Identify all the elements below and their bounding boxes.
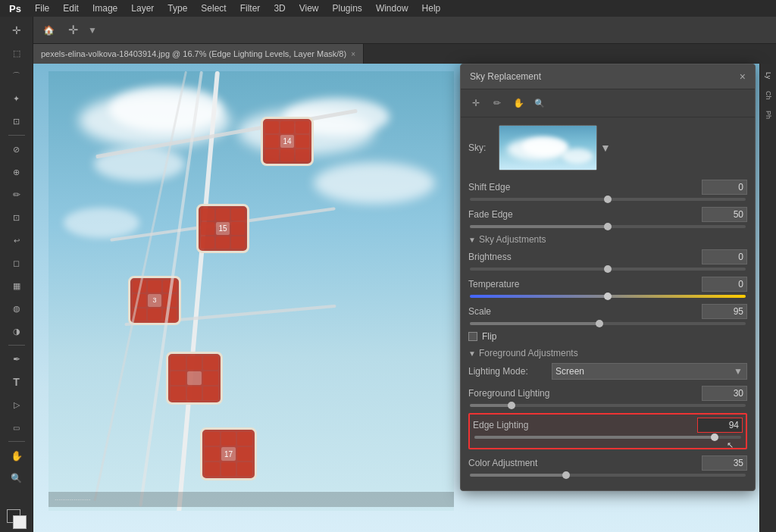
scale-thumb[interactable] [596,320,603,327]
tool-magic-wand[interactable]: ✦ [6,88,27,109]
tool-text[interactable]: T [6,371,27,393]
foreground-lighting-value[interactable]: 30 [702,386,747,401]
paths-icon[interactable]: Ph [761,106,776,124]
tool-blur[interactable]: ◍ [6,298,27,319]
panel-move-tool[interactable]: ✛ [467,94,485,112]
shift-edge-track[interactable] [470,198,746,201]
foreground-lighting-track[interactable] [470,404,746,407]
panel-close-button[interactable]: × [740,70,746,83]
menu-edit[interactable]: Edit [57,2,85,15]
layers-icon[interactable]: Ly [761,67,776,85]
foreground-adjustments-header[interactable]: ▼ Foreground Adjustments [468,348,747,358]
lighting-mode-label: Lighting Mode: [468,366,552,377]
brightness-track[interactable] [470,268,746,271]
menu-3d[interactable]: 3D [268,2,291,15]
brightness-thumb[interactable] [604,265,612,273]
tool-healing[interactable]: ⊕ [6,161,27,183]
home-icon[interactable]: 🏠 [39,21,58,39]
fade-edge-value[interactable]: 50 [702,207,747,222]
color-adjustment-thumb[interactable] [562,471,570,479]
foreground-lighting-slider[interactable] [468,404,747,407]
color-adjustment-fill [470,474,566,477]
fg-bg-color[interactable] [7,509,27,529]
foreground-lighting-thumb[interactable] [508,402,515,409]
document-tab[interactable]: pexels-elina-volkova-18403914.jpg @ 16.7… [33,44,364,64]
move-tool-icon[interactable]: ✛ [64,21,82,39]
menu-layer[interactable]: Layer [125,2,160,15]
edge-lighting-slider[interactable] [473,436,743,439]
sky-adjustments-header[interactable]: ▼ Sky Adjustments [468,234,747,245]
menu-help[interactable]: Help [416,2,447,15]
menu-filter[interactable]: Filter [234,2,267,15]
tool-lasso[interactable]: ⌒ [6,65,27,86]
temperature-thumb[interactable] [604,293,612,300]
menu-select[interactable]: Select [195,2,232,15]
tool-stamp[interactable]: ⊡ [6,207,27,228]
foreground-adjustments-arrow: ▼ [468,349,476,358]
lighting-mode-select[interactable]: Screen Multiply Overlay Normal [552,363,747,380]
gondola-1: 14 [261,117,314,166]
tool-crop[interactable]: ⊡ [6,111,27,132]
shift-edge-row: Shift Edge 0 [468,180,747,195]
tool-hand[interactable]: ✋ [6,445,27,466]
brightness-label: Brightness [468,252,702,262]
tool-shape[interactable]: ▭ [6,417,27,438]
color-adjustment-slider[interactable] [468,474,747,477]
menu-window[interactable]: Window [370,2,415,15]
scale-slider[interactable] [468,322,747,325]
color-adjustment-value[interactable]: 35 [702,455,747,471]
edge-lighting-track[interactable] [474,436,741,439]
brightness-value[interactable]: 0 [702,249,747,264]
fade-edge-track[interactable] [470,225,746,228]
sky-thumbnail[interactable] [499,125,597,171]
scale-label: Scale [468,306,702,317]
tool-marquee[interactable]: ⬚ [6,42,27,64]
shift-edge-value[interactable]: 0 [702,180,747,195]
color-adjustment-label: Color Adjustment [468,458,702,468]
panel-hand-tool[interactable]: ✋ [509,94,527,112]
menu-file[interactable]: File [29,2,55,15]
tool-history-brush[interactable]: ↩ [6,230,27,251]
edge-lighting-section: Edge Lighting 94 ↖ [468,413,747,449]
tool-move[interactable]: ✛ [6,20,27,41]
menu-type[interactable]: Type [161,2,193,15]
tool-path-selection[interactable]: ▷ [6,394,27,415]
shift-edge-label: Shift Edge [468,182,702,192]
scale-track[interactable] [470,322,746,325]
tool-gradient[interactable]: ▦ [6,275,27,296]
edge-lighting-thumb[interactable] [711,433,718,441]
temperature-value[interactable]: 0 [702,277,747,292]
document-close-button[interactable]: × [351,50,355,58]
tool-zoom[interactable]: 🔍 [6,468,27,489]
tool-eyedropper[interactable]: ⊘ [6,139,27,160]
brightness-slider[interactable] [468,268,747,271]
fade-edge-slider[interactable] [468,225,747,228]
shift-edge-slider[interactable] [468,198,747,201]
tool-eraser[interactable]: ◻ [6,252,27,274]
menu-view[interactable]: View [293,2,325,15]
temperature-track[interactable] [470,295,746,298]
left-toolbar: ✛ ⬚ ⌒ ✦ ⊡ ⊘ ⊕ ✏ ⊡ ↩ ◻ ▦ ◍ ◑ ✒ T ▷ ▭ ✋ 🔍 [0,17,33,532]
menu-ps[interactable]: Ps [3,2,27,16]
menu-plugins[interactable]: Plugins [327,2,368,15]
flip-checkbox[interactable] [468,332,477,341]
temperature-slider[interactable] [468,295,747,298]
menu-image[interactable]: Image [86,2,124,15]
sky-selector[interactable]: ▼ [499,125,611,171]
tool-dodge[interactable]: ◑ [6,321,27,342]
temperature-label: Temperature [468,279,702,289]
channels-icon[interactable]: Ch [761,86,776,105]
edge-lighting-row: Edge Lighting 94 [473,418,743,433]
color-adjustment-track[interactable] [470,474,746,477]
shift-edge-thumb[interactable] [604,196,612,203]
lighting-mode-dropdown-wrap: Screen Multiply Overlay Normal ▼ [552,363,747,380]
panel-paint-tool[interactable]: ✏ [488,94,506,112]
tool-brush[interactable]: ✏ [6,184,27,205]
fade-edge-thumb[interactable] [604,223,612,230]
sky-selector-row: Sky: ▼ [468,125,747,171]
panel-zoom-tool[interactable]: 🔍 [530,94,549,112]
lighting-mode-row: Lighting Mode: Screen Multiply Overlay N… [468,363,747,380]
scale-value[interactable]: 95 [702,304,747,319]
tool-pen[interactable]: ✒ [6,349,27,370]
edge-lighting-value[interactable]: 94 [697,418,743,433]
